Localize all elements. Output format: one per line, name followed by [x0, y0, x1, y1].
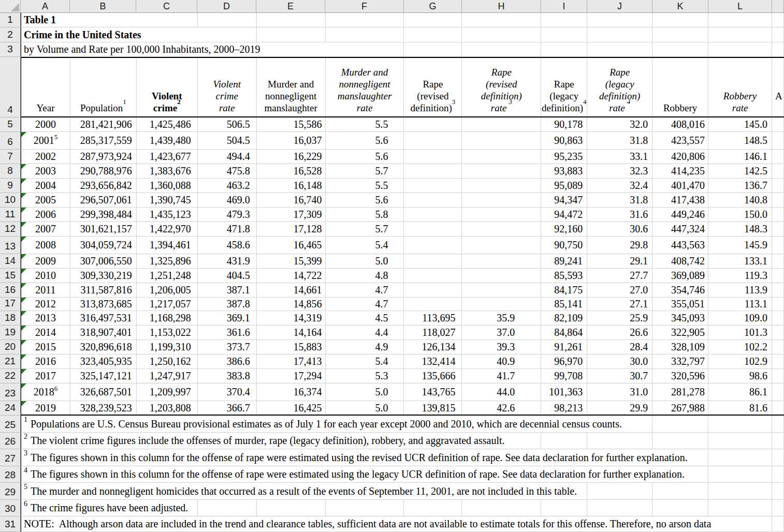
cell-F6[interactable]: 5.6 [326, 132, 404, 149]
cell-L15[interactable]: 119.3 [708, 269, 772, 283]
cell-F1[interactable] [326, 13, 404, 27]
cell-I23[interactable]: 101,363 [541, 383, 587, 401]
cell-F7[interactable]: 5.6 [326, 150, 404, 164]
cell-A8[interactable]: 2003 [21, 164, 70, 178]
cell-C8[interactable]: 1,383,676 [137, 164, 198, 178]
cell-A9[interactable]: 2004 [21, 179, 70, 193]
cell-D19[interactable]: 361.6 [198, 326, 257, 339]
cell-H14[interactable] [462, 254, 541, 268]
column-header-K[interactable]: K [652, 0, 708, 12]
cell-M17[interactable] [772, 298, 784, 311]
cell-B17[interactable]: 313,873,685 [70, 298, 137, 311]
cell-F30[interactable] [326, 500, 404, 516]
cell-K9[interactable]: 401,470 [652, 179, 708, 193]
cell-E8[interactable]: 16,528 [257, 164, 326, 178]
cell-L9[interactable]: 136.7 [708, 179, 772, 193]
cell-L25[interactable] [708, 416, 772, 432]
cell-H7[interactable] [462, 150, 541, 164]
cell-B19[interactable]: 318,907,401 [70, 326, 137, 339]
cell-C23[interactable]: 1,209,997 [137, 383, 198, 401]
cell-L7[interactable]: 146.1 [708, 150, 772, 164]
cell-J15[interactable]: 27.7 [587, 269, 652, 283]
cell-E7[interactable]: 16,229 [257, 150, 326, 164]
cell-I5[interactable]: 90,178 [541, 117, 587, 131]
cell-M12[interactable] [772, 222, 784, 236]
cell-H17[interactable] [462, 298, 541, 311]
row-header-12[interactable]: 12 [0, 222, 21, 237]
cell-M26[interactable] [772, 433, 784, 449]
cell-E30[interactable] [257, 500, 326, 516]
cell-D8[interactable]: 475.8 [198, 164, 257, 178]
cell-M8[interactable] [772, 164, 784, 178]
cell-E12[interactable]: 17,128 [257, 222, 326, 236]
cell-L21[interactable]: 102.9 [708, 354, 772, 368]
cell-M29[interactable] [772, 483, 784, 499]
header-cell-B4[interactable]: Population1 [70, 58, 137, 116]
cell-K18[interactable]: 345,093 [652, 311, 708, 325]
row-header-31[interactable]: 31 [0, 516, 21, 532]
cell-K6[interactable]: 423,557 [652, 132, 708, 149]
cell-K29[interactable] [652, 483, 708, 499]
cell-D9[interactable]: 463.2 [198, 179, 257, 193]
cell-M24[interactable] [772, 401, 784, 415]
cell-L11[interactable]: 150.0 [708, 208, 772, 221]
cell-G20[interactable]: 126,134 [404, 340, 462, 354]
cell-K11[interactable]: 449,246 [652, 208, 708, 221]
cell-H12[interactable] [462, 222, 541, 236]
cell-J1[interactable] [587, 13, 652, 27]
cell-E19[interactable]: 14,164 [257, 326, 326, 339]
cell-K20[interactable]: 328,109 [652, 340, 708, 354]
cell-D10[interactable]: 469.0 [198, 193, 257, 207]
header-cell-E4[interactable]: Murder andnonnegligentmanslaughter [257, 58, 326, 116]
cell-C18[interactable]: 1,168,298 [137, 311, 198, 325]
cell-H8[interactable] [462, 164, 541, 178]
header-cell-L4[interactable]: Robberyrate [708, 58, 772, 116]
cell-B15[interactable]: 309,330,219 [70, 269, 137, 283]
row-header-23[interactable]: 23 [0, 383, 21, 401]
cell-I6[interactable]: 90,863 [541, 132, 587, 149]
column-header-H[interactable]: H [462, 0, 541, 12]
cell-E2[interactable] [257, 27, 326, 42]
cell-B21[interactable]: 323,405,935 [70, 354, 137, 368]
row-header-13[interactable]: 13 [0, 237, 21, 254]
cell-B20[interactable]: 320,896,618 [70, 340, 137, 354]
cell-M25[interactable] [772, 416, 784, 432]
cell-J3[interactable] [587, 42, 652, 56]
cell-G23[interactable]: 143,765 [404, 383, 462, 401]
cell-K7[interactable]: 420,806 [652, 150, 708, 164]
row-header-17[interactable]: 17 [0, 298, 21, 311]
select-all-corner[interactable] [0, 0, 21, 12]
cell-I30[interactable] [541, 500, 587, 516]
cell-C11[interactable]: 1,435,123 [137, 208, 198, 221]
cell-M21[interactable] [772, 354, 784, 368]
cell-I3[interactable] [541, 42, 587, 56]
cell-I15[interactable]: 85,593 [541, 269, 587, 283]
row-header-24[interactable]: 24 [0, 401, 21, 416]
cell-A19[interactable]: 2014 [21, 326, 70, 339]
cell-D17[interactable]: 387.8 [198, 298, 257, 311]
header-cell-F4[interactable]: Murder andnonnegligentmanslaughterrate [326, 58, 404, 116]
cell-J23[interactable]: 31.0 [587, 383, 652, 401]
cell-L2[interactable] [708, 27, 772, 42]
cell-L27[interactable] [708, 449, 772, 466]
cell-B12[interactable]: 301,621,157 [70, 222, 137, 236]
cell-M5[interactable] [772, 117, 784, 131]
row-header-18[interactable]: 18 [0, 311, 21, 326]
cell-I17[interactable]: 85,141 [541, 298, 587, 311]
cell-C1[interactable] [137, 13, 198, 27]
cell-K3[interactable] [652, 42, 708, 56]
cell-A23[interactable]: 20186 [21, 383, 70, 401]
header-cell-D4[interactable]: Violentcrimerate [198, 58, 257, 116]
cell-B14[interactable]: 307,006,550 [70, 254, 137, 268]
row-header-22[interactable]: 22 [0, 369, 21, 383]
cell-A18[interactable]: 2013 [21, 311, 70, 325]
cell-B18[interactable]: 316,497,531 [70, 311, 137, 325]
cell-M9[interactable] [772, 179, 784, 193]
row-header-21[interactable]: 21 [0, 354, 21, 369]
cell-L10[interactable]: 140.8 [708, 193, 772, 207]
cell-J20[interactable]: 28.4 [587, 340, 652, 354]
cell-E13[interactable]: 16,465 [257, 237, 326, 254]
cell-C6[interactable]: 1,439,480 [137, 132, 198, 149]
cell-M23[interactable] [772, 383, 784, 401]
cell-L13[interactable]: 145.9 [708, 237, 772, 254]
